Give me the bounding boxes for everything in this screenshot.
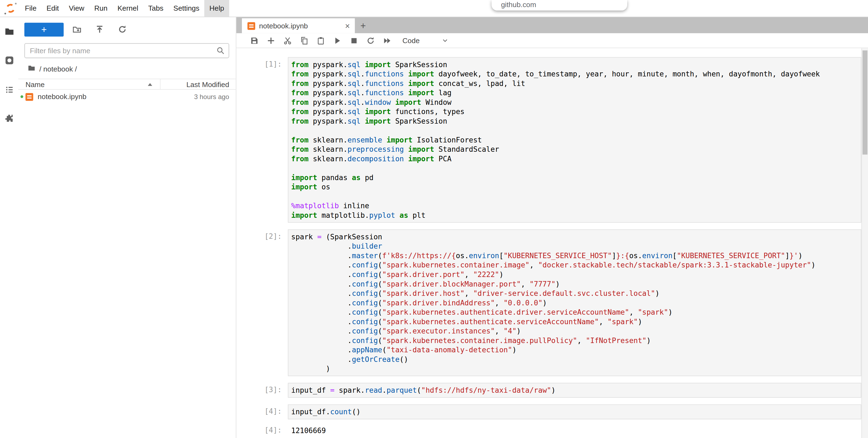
- sidebar-tab-file-browser[interactable]: [0, 23, 18, 42]
- cell-list: [1]:from pyspark.sql import SparkSession…: [237, 48, 868, 436]
- sidebar-tab-running-kernels[interactable]: [0, 52, 18, 71]
- filter-files-input[interactable]: [25, 43, 228, 58]
- menu-item-settings[interactable]: Settings: [168, 0, 205, 17]
- kernel-running-dot: [21, 95, 23, 98]
- cell-output-row: [4]:12106669: [237, 426, 868, 436]
- column-name-label: Name: [25, 80, 44, 88]
- file-name: notebook.ipynb: [38, 92, 87, 101]
- jupyter-logo-dot: [15, 3, 17, 4]
- cell-output-prompt: [4]:: [237, 426, 288, 436]
- close-tab-icon[interactable]: ×: [345, 22, 350, 30]
- tab-bar: notebook.ipynb × +: [237, 17, 868, 33]
- home-folder-icon[interactable]: [28, 64, 35, 74]
- cell-editor[interactable]: spark = (SparkSession .builder .master(f…: [288, 229, 862, 376]
- filter-box: [24, 43, 229, 58]
- breadcrumb-path: / notebook /: [39, 64, 77, 72]
- jupyter-logo: [4, 2, 17, 14]
- menu-item-run[interactable]: Run: [89, 0, 112, 17]
- menu-item-edit[interactable]: Edit: [41, 0, 64, 17]
- cell-input-prompt: [3]:: [237, 383, 288, 398]
- jupyterlab-window: FileEditViewRunKernelTabsSettingsHelp +: [0, 0, 868, 438]
- run-cell-button[interactable]: [329, 33, 345, 48]
- notebook-toolbar: Code: [237, 33, 868, 48]
- menu-item-help[interactable]: Help: [204, 0, 229, 17]
- restart-run-all-button[interactable]: [379, 33, 395, 48]
- new-folder-button[interactable]: [72, 25, 81, 34]
- menu-items: FileEditViewRunKernelTabsSettingsHelp: [20, 0, 229, 17]
- cell-editor[interactable]: input_df = spark.read.parquet("hdfs://hd…: [288, 383, 862, 398]
- cell-input-prompt: [2]:: [237, 229, 288, 376]
- puzzle-icon: [4, 113, 14, 125]
- tab-label: notebook.ipynb: [259, 22, 308, 30]
- refresh-button[interactable]: [118, 25, 127, 34]
- cell-editor[interactable]: input_df.count(): [288, 404, 862, 419]
- scrollbar-thumb[interactable]: [863, 51, 867, 155]
- copy-cell-button[interactable]: [296, 33, 312, 48]
- interrupt-kernel-button[interactable]: [345, 33, 362, 48]
- main-dock-panel: notebook.ipynb × + Code [1]:from pyspark…: [237, 17, 868, 438]
- browser-popup-text: github.com: [501, 0, 627, 10]
- sidebar-tab-table-of-contents[interactable]: [0, 80, 18, 100]
- save-button[interactable]: [246, 33, 262, 48]
- paste-cell-button[interactable]: [312, 33, 329, 48]
- search-icon: [217, 47, 225, 57]
- chevron-down-icon: [442, 37, 448, 43]
- sidebar-tab-extensions[interactable]: [0, 109, 18, 129]
- file-browser-toolbar: +: [24, 22, 229, 36]
- menu-bar: FileEditViewRunKernelTabsSettingsHelp: [0, 0, 868, 17]
- restart-kernel-button[interactable]: [362, 33, 379, 48]
- column-header-name[interactable]: Name: [18, 79, 161, 89]
- column-header-last-modified[interactable]: Last Modified: [161, 80, 236, 88]
- sort-ascending-icon: [148, 83, 152, 85]
- menu-item-file[interactable]: File: [20, 0, 41, 17]
- code-cell: [1]:from pyspark.sql import SparkSession…: [237, 57, 868, 223]
- activity-bar: [0, 17, 18, 438]
- breadcrumb: / notebook /: [28, 64, 229, 73]
- file-browser-panel: + / notebook / Name Last Modified notebo…: [18, 17, 237, 438]
- cell-input-prompt: [1]:: [237, 57, 288, 223]
- new-launcher-button[interactable]: +: [24, 22, 64, 36]
- upload-button[interactable]: [95, 25, 104, 34]
- file-list-header: Name Last Modified: [18, 79, 236, 90]
- menu-item-kernel[interactable]: Kernel: [112, 0, 143, 17]
- code-cell: [3]:input_df = spark.read.parquet("hdfs:…: [237, 383, 868, 398]
- code-cell: [2]:spark = (SparkSession .builder .mast…: [237, 229, 868, 376]
- file-modified: 3 hours ago: [194, 93, 236, 100]
- menu-item-view[interactable]: View: [64, 0, 89, 17]
- notebook-file-icon: [25, 93, 33, 100]
- table-of-contents-icon: [4, 85, 14, 96]
- notebook-icon: [247, 22, 255, 29]
- cell-editor[interactable]: from pyspark.sql import SparkSessionfrom…: [288, 57, 862, 223]
- file-row[interactable]: notebook.ipynb3 hours ago: [18, 90, 236, 104]
- browser-popup: github.com: [492, 0, 627, 11]
- new-tab-button[interactable]: +: [355, 18, 371, 33]
- cell-type-value: Code: [403, 36, 420, 45]
- menu-item-tabs[interactable]: Tabs: [143, 0, 168, 17]
- running-kernels-icon: [4, 55, 14, 68]
- vertical-scrollbar[interactable]: [862, 48, 868, 438]
- tab-notebook[interactable]: notebook.ipynb ×: [242, 18, 355, 33]
- folder-icon: [4, 27, 14, 39]
- jupyter-logo-dot: [4, 13, 6, 14]
- cell-type-dropdown[interactable]: Code: [403, 36, 448, 45]
- add-cell-button[interactable]: [262, 33, 279, 48]
- notebook-panel: [1]:from pyspark.sql import SparkSession…: [237, 48, 868, 438]
- file-list: notebook.ipynb3 hours ago: [18, 90, 236, 104]
- code-cell: [4]:input_df.count(): [237, 404, 868, 419]
- jupyter-logo-ring: [5, 3, 16, 13]
- cell-input-prompt: [4]:: [237, 404, 288, 419]
- cell-output-text: 12106669: [288, 426, 326, 436]
- cut-cell-button[interactable]: [279, 33, 296, 48]
